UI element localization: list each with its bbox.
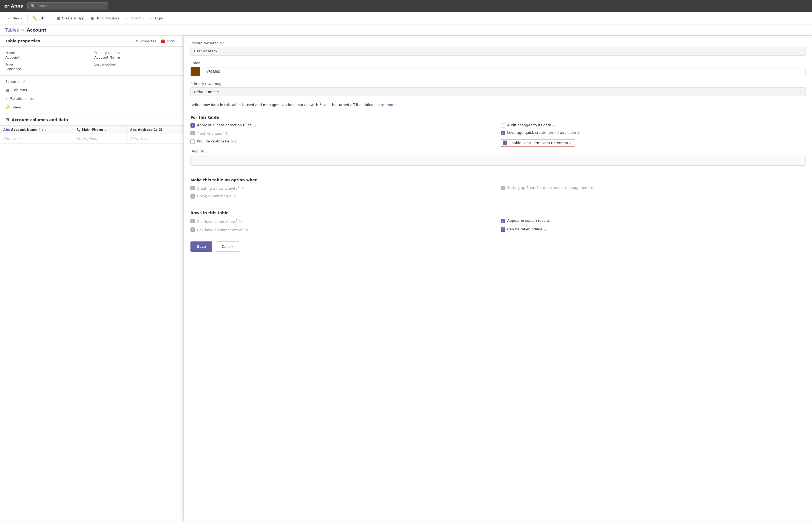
sort-desc-icon[interactable]: ⌄ [44,128,47,132]
tools-button[interactable]: 🧰 Tools ▾ [161,39,178,43]
offline-checkbox[interactable]: ✓ [501,227,505,232]
connections-checkbox[interactable]: ✓ [190,219,195,223]
import-chevron: ▾ [142,17,144,20]
col-header-main-phone[interactable]: 📞 Main Phone ⌄ [74,126,127,134]
record-ownership-group: Record ownership * User or team ⌄ [190,41,806,56]
cell-phone[interactable]: Enter phone [74,134,127,144]
schema-header: Schema ⓘ [0,78,183,85]
sharepoint-info[interactable]: ⓘ [590,186,593,189]
enable-long-term-checkbox[interactable]: ✓ [503,141,507,145]
checkbox-audit-changes: Audit changes to its data ⓘ [501,123,806,127]
make-option-checkboxes: ✓ Creating a new activity1 ⓘ ✓ Setting u… [190,185,806,199]
contact-email-info[interactable]: ⓘ [245,228,248,232]
audit-changes-info[interactable]: ⓘ [552,124,555,127]
audit-changes-checkbox[interactable] [501,123,505,127]
main-layout: Table properties ⚙ Properties 🧰 Tools ▾ … [0,36,812,521]
sidebar-item-columns[interactable]: ▤ Columns [0,85,183,94]
checkbox-track-changes: ✓ Track changes1 ⓘ [190,130,495,136]
creating-activity-checkbox[interactable]: ✓ [190,186,195,190]
columns-icon: ▤ [5,88,9,92]
search-input[interactable] [38,4,105,8]
account-cols-title: Account columns and data [12,118,68,122]
primary-col-label: Primary column [95,51,178,55]
checkbox-enable-long-term: ✓ Enable Long Term Data Retention ⓘ [501,139,806,147]
tools-chevron: ▾ [177,40,178,43]
mail-merge-checkbox[interactable]: ✓ [190,194,195,199]
edit-icon: ✏️ [33,16,37,20]
provide-custom-info[interactable]: ⓘ [234,140,237,143]
creating-activity-info[interactable]: ⓘ [241,187,244,190]
connections-info[interactable]: ⓘ [239,220,242,224]
toolbar: ＋ New ▾ ✏️ Edit ▾ ⊞ Create an app ⊞ Usin… [0,12,812,25]
using-table-button[interactable]: ⊞ Using this table [88,15,122,22]
track-changes-checkbox[interactable]: ✓ [190,131,195,135]
tools-icon: 🧰 [161,39,165,43]
phone-type-icon: 📞 [77,128,81,132]
color-swatch[interactable] [190,67,200,76]
breadcrumb-parent[interactable]: Tables [5,27,19,33]
last-modified-label: Last modified [95,63,178,66]
primary-col-value: Account Name [95,55,178,59]
record-ownership-select[interactable]: User or team ⌄ [190,47,806,56]
toolbar-separator-2 [52,15,52,22]
schema-nav: Schema ⓘ ▤ Columns ⑂ Relationships 🔑 Key… [0,75,183,114]
table-props-header: Table properties ⚙ Properties 🧰 Tools ▾ [0,36,183,47]
edit-button[interactable]: ✏️ Edit [30,15,47,22]
color-input[interactable] [203,67,806,76]
checkbox-provide-custom: Provide custom help ⓘ [190,139,495,147]
grid-icon: ⊞ [57,16,60,20]
leverage-quick-checkbox[interactable]: ✓ [501,131,505,135]
table-props-actions: ⚙ Properties 🧰 Tools ▾ [136,39,178,43]
last-modified-prop: Last modified – [95,63,178,71]
record-ownership-label: Record ownership * [190,41,806,45]
breadcrumb-separator: > [21,27,24,33]
search-results-checkbox[interactable]: ✓ [501,219,505,223]
cancel-button[interactable]: Cancel [215,241,240,252]
edit-chevron[interactable]: ▾ [48,17,49,20]
learn-more-link[interactable]: Learn more [375,103,395,107]
import-button[interactable]: ⇦ Import ▾ [123,15,146,22]
cell-address[interactable]: Enter text [126,134,183,144]
name-value: Account [5,55,89,59]
keys-icon: 🔑 [5,105,10,109]
leverage-quick-info[interactable]: ⓘ [577,131,580,135]
section-divider-1 [190,170,806,170]
app-title: er Apps [4,3,23,8]
help-url-label: Help URL [190,149,806,153]
dropdown-chevron: ⌄ [799,49,802,53]
left-panel: Table properties ⚙ Properties 🧰 Tools ▾ … [0,36,183,521]
mail-merge-info[interactable]: ⓘ [233,195,236,198]
provide-custom-checkbox[interactable] [190,139,195,144]
phone-sort-icon[interactable]: ⌄ [104,128,106,132]
properties-panel: Record ownership * User or team ⌄ Color … [183,36,812,521]
col-header-address[interactable]: Abc Address 1: Ci [126,126,183,134]
offline-info[interactable]: ⓘ [544,228,547,231]
primary-row-image-label: Primary row image [190,82,806,86]
properties-button[interactable]: ⚙ Properties [136,39,156,43]
apply-duplicate-checkbox[interactable]: ✓ [190,123,195,127]
sharepoint-checkbox[interactable]: ✓ [501,186,505,190]
enable-long-term-info[interactable]: ⓘ [569,141,572,145]
save-button[interactable]: Save [190,241,212,252]
sidebar-item-relationships[interactable]: ⑂ Relationships [0,94,183,103]
type-value: Standard [5,67,89,71]
export-button[interactable]: ⇨ Expo [147,15,166,22]
search-bar[interactable]: 🔍 [27,2,108,9]
type-prop: Type Standard [5,63,89,71]
new-button[interactable]: ＋ New ▾ [4,14,25,22]
sort-asc-icon[interactable]: ↑ [41,128,43,132]
sidebar-item-keys[interactable]: 🔑 Keys [0,103,183,112]
breadcrumb-current: Account [27,27,46,33]
cell-account-name[interactable]: Enter text [0,134,74,144]
primary-row-image-select[interactable]: Default Image ⌄ [190,87,806,96]
col-header-account-name[interactable]: Abc Account Name * ↑ ⌄ [0,126,74,134]
apply-duplicate-info[interactable]: ⓘ [253,124,256,127]
make-option-title: Make this table an option when [190,175,806,182]
help-url-area[interactable] [190,155,806,166]
create-app-button[interactable]: ⊞ Create an app [54,15,87,22]
last-modified-value: – [95,67,178,71]
primary-row-image-group: Primary row image Default Image ⌄ [190,82,806,96]
track-changes-info[interactable]: ⓘ [225,132,228,136]
toolbar-separator [27,15,27,22]
contact-email-checkbox[interactable]: ✓ [190,227,195,232]
